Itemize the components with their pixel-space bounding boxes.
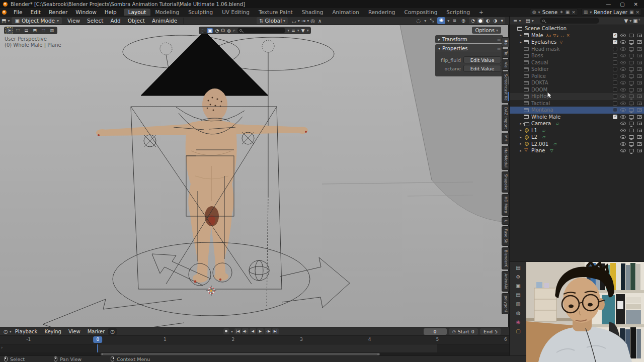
pivot-point-icon[interactable]: ◌ [415, 18, 423, 24]
hide-in-viewport-eye-icon[interactable] [620, 88, 626, 92]
new-scene-icon[interactable]: ▣ [566, 10, 570, 15]
disable-in-render-camera-icon[interactable] [637, 88, 642, 92]
outliner-row[interactable]: ▸ Police [510, 73, 644, 80]
disable-in-viewport-icon[interactable] [629, 47, 634, 51]
current-frame-field[interactable]: 0 [424, 328, 447, 335]
disable-in-viewport-icon[interactable] [629, 54, 634, 57]
timeline-ruler[interactable]: -10123456 0 [0, 336, 509, 344]
outliner-row[interactable]: ▸ Head mask [510, 46, 644, 53]
disable-in-render-camera-icon[interactable] [637, 95, 642, 98]
properties-panel-header[interactable]: ▾ Properties ☰ [435, 44, 503, 52]
collection-checkbox[interactable] [613, 53, 617, 58]
editor-type-icon[interactable]: ⬒ [0, 18, 8, 24]
sidebar-tab[interactable]: MH [502, 133, 509, 144]
disable-in-viewport-icon[interactable] [629, 74, 634, 78]
viewport-3d[interactable]: ➤ ⬚ ⬓ ⬒ ⬚ ▧ ◌ ▣ ◔ ☊ ◍ ⌕ ▾ ≡▾ ▼▾ User Per… [0, 25, 508, 327]
menu-item[interactable]: Edit [27, 9, 45, 15]
hide-in-viewport-eye-icon[interactable] [620, 81, 626, 84]
menu-item[interactable]: File [10, 9, 27, 15]
collection-checkbox[interactable] [613, 33, 617, 38]
hide-in-viewport-eye-icon[interactable] [620, 149, 626, 152]
sidebar-tab[interactable]: HairModul [502, 146, 509, 170]
outliner-row[interactable]: ▸ Whole Male [510, 114, 644, 121]
disable-in-render-camera-icon[interactable] [637, 108, 642, 112]
item-name[interactable]: Camera [531, 121, 551, 126]
outliner-row[interactable]: ▸ DOKTA [510, 79, 644, 86]
viewport-menu-item[interactable]: Add [107, 18, 124, 24]
disable-in-render-camera-icon[interactable] [637, 135, 642, 139]
disable-in-viewport-icon[interactable] [629, 115, 634, 119]
collection-checkbox[interactable] [613, 87, 617, 92]
select-toggle-icon[interactable]: ▣ [207, 28, 213, 33]
hide-in-viewport-eye-icon[interactable] [620, 47, 626, 51]
hide-in-viewport-eye-icon[interactable] [620, 102, 626, 105]
outliner-row[interactable]: ▸ Eyelashes ▽ [510, 39, 644, 46]
armature-filter-icon[interactable]: ☊ [221, 28, 225, 33]
item-name[interactable]: L2.001 [531, 141, 548, 147]
new-collection-icon[interactable]: ▣⁺ [631, 18, 642, 24]
frame-start-field[interactable]: ◷ Start0 [449, 328, 478, 335]
expand-arrow-icon[interactable]: ▸ [518, 33, 523, 37]
options-button[interactable]: Options▾ [472, 27, 501, 34]
disable-in-viewport-icon[interactable] [629, 67, 634, 71]
preview-range-clock-icon[interactable]: ◷ [108, 328, 117, 335]
item-name[interactable]: Casual [531, 60, 548, 65]
expand-arrow-icon[interactable]: ▸ [518, 128, 523, 132]
collection-checkbox[interactable] [613, 101, 617, 106]
sidebar-tab[interactable]: BlenderK [502, 247, 509, 269]
item-name[interactable]: Tactical [531, 101, 550, 106]
proportional-edit-icon[interactable]: ◎ [309, 18, 316, 24]
timeline-menu-item[interactable]: Keying [41, 329, 65, 334]
outliner-scrollbar-thumb[interactable] [508, 92, 509, 101]
sidebar-tab[interactable]: polygoni [502, 293, 509, 314]
workspace-tab[interactable]: Animation [328, 9, 364, 16]
outliner-row[interactable]: ▸ L1 ▱ [510, 127, 644, 134]
expand-arrow-icon[interactable]: ▸ [518, 135, 523, 139]
disable-in-render-camera-icon[interactable] [637, 47, 642, 51]
render-icon[interactable]: ▣ [516, 283, 520, 289]
collection-checkbox[interactable] [613, 80, 617, 85]
menu-item[interactable]: Window [71, 9, 100, 15]
workspace-tab[interactable]: Rendering [364, 9, 400, 16]
viewport-menu-item[interactable]: Object [124, 18, 148, 24]
disable-in-viewport-icon[interactable] [629, 135, 634, 139]
disable-in-render-camera-icon[interactable] [637, 102, 642, 105]
view-layer-icon[interactable]: ▥ [516, 301, 520, 307]
item-name[interactable]: Soldier [531, 66, 549, 72]
disable-in-viewport-icon[interactable] [629, 95, 634, 98]
collection-checkbox[interactable] [613, 108, 617, 112]
auto-key-record-button[interactable] [223, 328, 229, 334]
workspace-tab[interactable]: Compositing [400, 9, 442, 16]
workspace-tab[interactable]: Sculpting [184, 9, 217, 16]
male-figure[interactable] [96, 88, 308, 283]
collection-checkbox[interactable] [613, 94, 617, 99]
timeline-menu-item[interactable]: Playback [12, 329, 41, 334]
list-icon[interactable]: ≡ [291, 28, 295, 33]
disable-in-viewport-icon[interactable] [629, 81, 634, 84]
workspace-tab[interactable]: UV Editing [217, 9, 254, 16]
shading-material-icon[interactable]: ◐ [485, 18, 491, 23]
falloff-icon[interactable]: ∧ [316, 18, 323, 24]
workspace-tab[interactable]: + [474, 9, 488, 16]
hide-in-viewport-eye-icon[interactable] [620, 142, 626, 146]
disable-in-viewport-icon[interactable] [629, 40, 634, 44]
collection-checkbox[interactable] [613, 74, 617, 78]
outliner-row[interactable]: ▸ Montana [510, 107, 644, 114]
disable-in-viewport-icon[interactable] [629, 142, 634, 146]
tool-select-box-icon[interactable]: ⬚ [15, 28, 21, 34]
hide-in-viewport-eye-icon[interactable] [620, 67, 626, 71]
menu-item[interactable]: Help [101, 9, 121, 15]
edit-value-button[interactable]: Edit Value [463, 65, 501, 72]
tool-select-sub-icon[interactable]: ⬒ [32, 28, 38, 34]
expand-arrow-icon[interactable]: ▸ [518, 40, 523, 44]
gizmo-toggle-icon[interactable]: ⊕ [460, 18, 467, 24]
item-name[interactable]: DOKTA [531, 80, 548, 85]
snap-target-icon[interactable]: ⇥ [300, 18, 307, 24]
item-name[interactable]: Head mask [531, 46, 559, 52]
disable-in-render-camera-icon[interactable] [637, 54, 642, 57]
hide-in-viewport-eye-icon[interactable] [620, 115, 626, 119]
object-icon[interactable]: ▢ [516, 328, 520, 334]
sidebar-tab[interactable]: Fuse Sk [502, 226, 509, 246]
item-name[interactable]: L1 [531, 128, 537, 133]
disable-in-viewport-icon[interactable] [629, 34, 634, 37]
